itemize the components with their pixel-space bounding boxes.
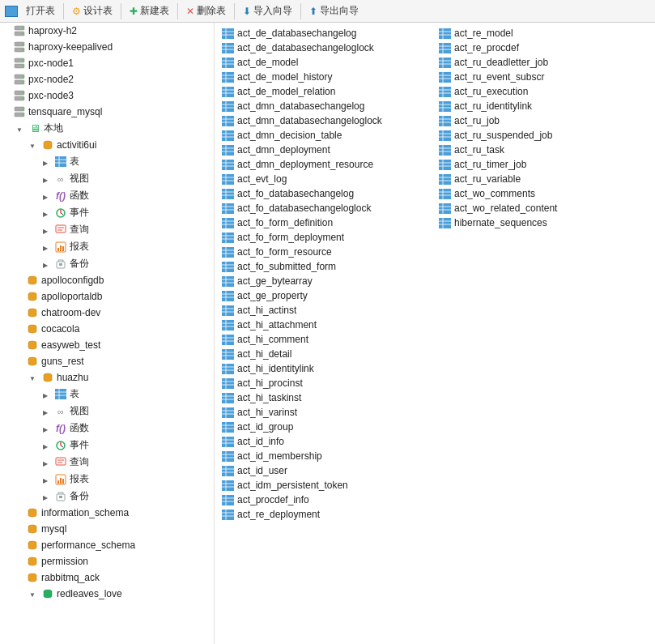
- sidebar-item-permission[interactable]: permission: [0, 553, 214, 569]
- table-row[interactable]: act_ru_task: [435, 143, 652, 157]
- sidebar-item-huazhu-view[interactable]: ∞ 视图: [0, 403, 214, 420]
- export-wizard-button[interactable]: ⬆ 导出向导: [304, 2, 364, 19]
- sidebar-item-easyweb-test[interactable]: easyweb_test: [0, 337, 214, 353]
- sidebar-item-apolloportaldb[interactable]: apolloportaldb: [0, 288, 214, 305]
- table-row[interactable]: act_fo_submitted_form: [218, 259, 435, 274]
- table-row[interactable]: act_hi_taskinst: [218, 390, 435, 405]
- sidebar-item-performance-schema[interactable]: performance_schema: [0, 537, 214, 553]
- table-row[interactable]: act_hi_varinst: [218, 405, 435, 420]
- table-row[interactable]: [435, 230, 652, 245]
- table-row[interactable]: act_fo_form_definition: [218, 215, 435, 230]
- sidebar-item-huazhu-backup[interactable]: 备份: [0, 488, 214, 505]
- table-row[interactable]: [435, 405, 652, 420]
- table-row[interactable]: act_ru_job: [435, 113, 652, 128]
- table-row[interactable]: act_re_model: [435, 26, 652, 41]
- sidebar-item-haproxy-keepalived[interactable]: haproxy-keepalived: [0, 39, 214, 55]
- open-table-button[interactable]: 打开表: [21, 2, 60, 19]
- table-row[interactable]: act_hi_comment: [218, 332, 435, 347]
- sidebar-item-huazhu-event[interactable]: 事件: [0, 437, 214, 454]
- sidebar-item-rabbitmq-ack[interactable]: rabbitmq_ack: [0, 569, 214, 586]
- table-row[interactable]: [435, 449, 652, 463]
- table-row[interactable]: act_de_databasechangelog: [218, 26, 435, 41]
- sidebar-item-apolloconfigdb[interactable]: apolloconfigdb: [0, 272, 214, 288]
- delete-table-button[interactable]: ✕ 删除表: [181, 2, 231, 19]
- table-row[interactable]: [435, 303, 652, 318]
- table-row[interactable]: [435, 259, 652, 274]
- table-row[interactable]: act_dmn_deployment: [218, 143, 435, 157]
- table-row[interactable]: act_re_procdef: [435, 41, 652, 55]
- table-row[interactable]: act_de_model_history: [218, 70, 435, 84]
- table-row[interactable]: [435, 245, 652, 259]
- import-wizard-button[interactable]: ⬇ 导入向导: [238, 2, 297, 19]
- table-row[interactable]: act_fo_form_resource: [218, 245, 435, 259]
- table-row[interactable]: act_ge_bytearray: [218, 274, 435, 288]
- sidebar-item-huazhu-query[interactable]: 查询: [0, 454, 214, 471]
- sidebar-item-activiti6ui-query[interactable]: 查询: [0, 221, 214, 238]
- sidebar-item-pxc-node1[interactable]: pxc-node1: [0, 55, 214, 71]
- sidebar-item-local[interactable]: 🖥 本地: [0, 120, 214, 137]
- table-row[interactable]: [435, 390, 652, 405]
- table-row[interactable]: act_ru_execution: [435, 84, 652, 99]
- sidebar-item-activiti6ui-table[interactable]: 表: [0, 153, 214, 170]
- table-row[interactable]: [435, 318, 652, 332]
- table-row[interactable]: act_de_model: [218, 55, 435, 70]
- table-row[interactable]: act_fo_form_deployment: [218, 230, 435, 245]
- sidebar-item-activiti6ui-report[interactable]: 报表: [0, 238, 214, 255]
- new-table-button[interactable]: ✚ 新建表: [125, 2, 174, 19]
- sidebar-item-chatroom-dev[interactable]: chatroom-dev: [0, 305, 214, 321]
- table-row[interactable]: act_de_databasechangeloglock: [218, 41, 435, 55]
- table-row[interactable]: act_id_membership: [218, 449, 435, 463]
- table-row[interactable]: [435, 376, 652, 390]
- sidebar-item-haproxy-h2[interactable]: haproxy-h2: [0, 23, 214, 39]
- table-row[interactable]: act_idm_persistent_token: [218, 478, 435, 493]
- table-row[interactable]: act_id_info: [218, 434, 435, 449]
- table-row[interactable]: act_ru_timer_job: [435, 157, 652, 172]
- table-row[interactable]: act_dmn_databasechangelog: [218, 99, 435, 113]
- table-row[interactable]: [435, 420, 652, 434]
- sidebar-item-huazhu-func[interactable]: f() 函数: [0, 420, 214, 437]
- table-row[interactable]: act_dmn_deployment_resource: [218, 157, 435, 172]
- table-row[interactable]: act_ge_property: [218, 288, 435, 303]
- sidebar-item-guns-rest[interactable]: guns_rest: [0, 353, 214, 369]
- table-row[interactable]: act_re_deployment: [218, 507, 435, 522]
- table-row[interactable]: [435, 274, 652, 288]
- design-table-button[interactable]: ⚙ 设计表: [67, 2, 117, 19]
- table-row[interactable]: act_ru_suspended_job: [435, 128, 652, 143]
- sidebar-item-activiti6ui-view[interactable]: ∞ 视图: [0, 170, 214, 187]
- table-row[interactable]: act_id_user: [218, 463, 435, 478]
- table-row[interactable]: [435, 463, 652, 478]
- table-row[interactable]: act_hi_procinst: [218, 376, 435, 390]
- sidebar-item-activiti6ui-backup[interactable]: 备份: [0, 255, 214, 272]
- sidebar-item-information-schema[interactable]: information_schema: [0, 505, 214, 521]
- sidebar-item-activiti6ui-event[interactable]: 事件: [0, 204, 214, 221]
- table-row[interactable]: [435, 361, 652, 376]
- table-row[interactable]: act_hi_actinst: [218, 303, 435, 318]
- table-row[interactable]: act_ru_deadletter_job: [435, 55, 652, 70]
- table-row[interactable]: [435, 288, 652, 303]
- sidebar-item-activiti6ui[interactable]: activiti6ui: [0, 137, 214, 153]
- table-row[interactable]: act_id_group: [218, 420, 435, 434]
- table-row[interactable]: act_hi_identitylink: [218, 361, 435, 376]
- table-row[interactable]: act_ru_variable: [435, 172, 652, 186]
- table-row[interactable]: act_dmn_decision_table: [218, 128, 435, 143]
- table-row[interactable]: [435, 434, 652, 449]
- sidebar-item-huazhu-table[interactable]: 表: [0, 386, 214, 403]
- table-row[interactable]: act_dmn_databasechangeloglock: [218, 113, 435, 128]
- table-row[interactable]: act_evt_log: [218, 172, 435, 186]
- table-row[interactable]: act_wo_related_content: [435, 201, 652, 215]
- sidebar-item-cocacola[interactable]: cocacola: [0, 321, 214, 337]
- table-row[interactable]: act_hi_attachment: [218, 318, 435, 332]
- table-row[interactable]: hibernate_sequences: [435, 215, 652, 230]
- sidebar-item-mysql[interactable]: mysql: [0, 521, 214, 537]
- table-row[interactable]: act_wo_comments: [435, 186, 652, 201]
- sidebar-item-huazhu-report[interactable]: 报表: [0, 471, 214, 488]
- table-row[interactable]: [435, 332, 652, 347]
- sidebar-item-redleaves-love[interactable]: redleaves_love: [0, 586, 214, 602]
- table-row[interactable]: act_ru_event_subscr: [435, 70, 652, 84]
- table-row[interactable]: [435, 493, 652, 507]
- table-row[interactable]: act_fo_databasechangeloglock: [218, 201, 435, 215]
- sidebar-item-tensquare-mysql[interactable]: tensquare_mysql: [0, 104, 214, 120]
- table-row[interactable]: [435, 507, 652, 522]
- table-row[interactable]: act_fo_databasechangelog: [218, 186, 435, 201]
- table-row[interactable]: act_ru_identitylink: [435, 99, 652, 113]
